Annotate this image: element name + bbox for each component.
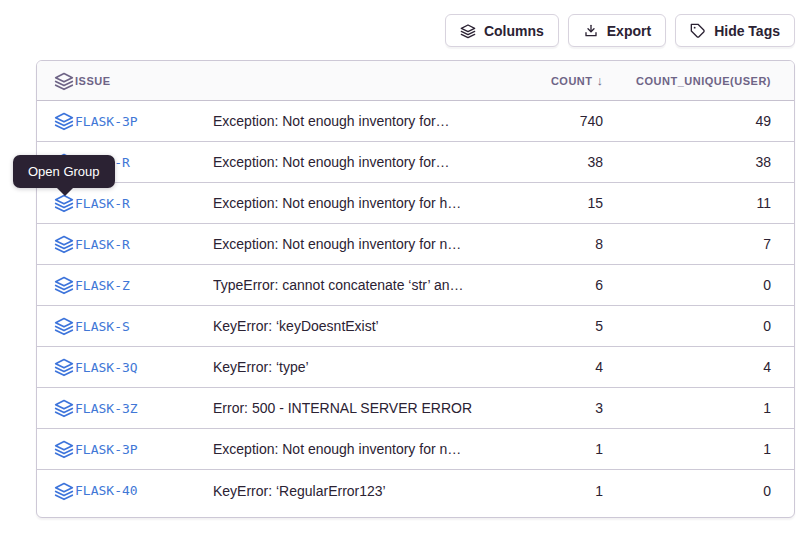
table-row: FLASK-R Exception: Not enough inventory … (37, 142, 794, 183)
issue-layers-icon[interactable] (37, 275, 75, 295)
issue-title[interactable]: KeyError: ‘keyDoesntExist’ (213, 318, 503, 334)
export-button-label: Export (607, 23, 651, 39)
count-unique-value: 38 (603, 154, 794, 170)
layers-icon (460, 23, 476, 39)
open-group-tooltip: Open Group (13, 155, 115, 188)
count-value: 4 (503, 359, 603, 375)
count-value: 3 (503, 400, 603, 416)
issue-layers-icon[interactable] (37, 357, 75, 377)
count-value: 38 (503, 154, 603, 170)
count-unique-value: 0 (603, 318, 794, 334)
columns-button[interactable]: Columns (445, 14, 559, 47)
column-header-count[interactable]: COUNT ↓ (503, 73, 603, 88)
table-row: FLASK-3Q KeyError: ‘type’ 4 4 (37, 347, 794, 388)
tooltip-caret (57, 188, 73, 196)
issues-table: ISSUE COUNT ↓ COUNT_UNIQUE(USER) FLASK-3… (36, 60, 795, 518)
issue-layers-icon[interactable] (37, 234, 75, 254)
issue-id-link[interactable]: FLASK-R (75, 237, 213, 252)
issue-id-link[interactable]: FLASK-Z (75, 278, 213, 293)
table-row: FLASK-S KeyError: ‘keyDoesntExist’ 5 0 (37, 306, 794, 347)
issue-layers-icon[interactable] (37, 439, 75, 459)
issue-id-link[interactable]: FLASK-3P (75, 114, 213, 129)
table-header-row: ISSUE COUNT ↓ COUNT_UNIQUE(USER) (37, 61, 794, 101)
count-unique-value: 0 (603, 483, 794, 499)
count-value: 1 (503, 483, 603, 499)
tooltip-label: Open Group (28, 164, 100, 179)
count-value: 5 (503, 318, 603, 334)
issue-id-link[interactable]: FLASK-S (75, 319, 213, 334)
issue-id-link[interactable]: FLASK-R (75, 196, 213, 211)
issue-layers-icon[interactable] (37, 316, 75, 336)
issue-title[interactable]: KeyError: ‘type’ (213, 359, 503, 375)
issue-title[interactable]: KeyError: ‘RegularError123’ (213, 483, 503, 499)
issue-layers-icon[interactable] (37, 481, 75, 501)
column-header-count-unique[interactable]: COUNT_UNIQUE(USER) (603, 75, 794, 87)
count-value: 8 (503, 236, 603, 252)
tag-icon (690, 23, 706, 39)
issue-layers-icon[interactable] (37, 398, 75, 418)
issue-id-link[interactable]: FLASK-3Q (75, 360, 213, 375)
table-row: FLASK-3P Exception: Not enough inventory… (37, 429, 794, 470)
export-button[interactable]: Export (568, 14, 666, 47)
count-value: 15 (503, 195, 603, 211)
issue-layers-icon[interactable] (37, 111, 75, 131)
issue-title[interactable]: TypeError: cannot concatenate ‘str’ an… (213, 277, 503, 293)
download-icon (583, 23, 599, 39)
issue-title[interactable]: Exception: Not enough inventory for h… (213, 195, 503, 211)
table-row: FLASK-40 KeyError: ‘RegularError123’ 1 0 (37, 470, 794, 511)
issue-title[interactable]: Error: 500 - INTERNAL SERVER ERROR (213, 400, 503, 416)
column-header-issue[interactable]: ISSUE (75, 75, 213, 87)
issue-title[interactable]: Exception: Not enough inventory for n… (213, 236, 503, 252)
issue-id-link[interactable]: FLASK-3Z (75, 401, 213, 416)
count-unique-value: 49 (603, 113, 794, 129)
issue-title[interactable]: Exception: Not enough inventory for… (213, 113, 503, 129)
table-body: FLASK-3P Exception: Not enough inventory… (37, 101, 794, 511)
columns-button-label: Columns (484, 23, 544, 39)
issue-header-layers-icon (37, 71, 75, 91)
issue-title[interactable]: Exception: Not enough inventory for… (213, 154, 503, 170)
toolbar: Columns Export Hide Tags (445, 14, 795, 47)
count-value: 6 (503, 277, 603, 293)
table-row: FLASK-Z TypeError: cannot concatenate ‘s… (37, 265, 794, 306)
issue-layers-icon[interactable] (37, 193, 75, 213)
issue-id-link[interactable]: FLASK-3P (75, 442, 213, 457)
issue-id-link[interactable]: FLASK-40 (75, 483, 213, 498)
count-value: 740 (503, 113, 603, 129)
count-unique-value: 7 (603, 236, 794, 252)
count-unique-value: 11 (603, 195, 794, 211)
count-unique-value: 4 (603, 359, 794, 375)
table-row: FLASK-R Exception: Not enough inventory … (37, 224, 794, 265)
count-value: 1 (503, 441, 603, 457)
count-unique-value: 1 (603, 441, 794, 457)
count-unique-value: 1 (603, 400, 794, 416)
table-row: FLASK-3P Exception: Not enough inventory… (37, 101, 794, 142)
table-row: FLASK-3Z Error: 500 - INTERNAL SERVER ER… (37, 388, 794, 429)
hide-tags-button[interactable]: Hide Tags (675, 14, 795, 47)
issue-title[interactable]: Exception: Not enough inventory for n… (213, 441, 503, 457)
hide-tags-button-label: Hide Tags (714, 23, 780, 39)
table-row: FLASK-R Exception: Not enough inventory … (37, 183, 794, 224)
count-unique-value: 0 (603, 277, 794, 293)
